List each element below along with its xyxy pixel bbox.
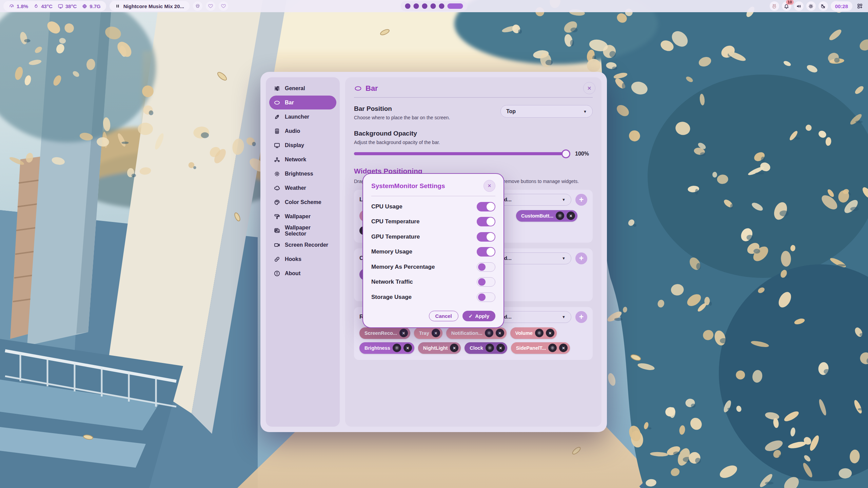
info-icon xyxy=(274,270,280,277)
modal-close-button[interactable]: × xyxy=(484,180,495,192)
toggle-switch[interactable] xyxy=(477,262,495,272)
toggle-switch[interactable] xyxy=(477,247,495,257)
panel-close-button[interactable]: × xyxy=(583,82,595,94)
toggle-label: CPU Temperature xyxy=(371,218,419,225)
widget-chip-clock[interactable]: Clock× xyxy=(465,342,507,354)
skull-button[interactable] xyxy=(193,1,202,11)
sidebar-item-display[interactable]: Display xyxy=(269,138,336,152)
widget-chip-label: Brightness xyxy=(364,345,390,351)
add-widget-button[interactable]: + xyxy=(575,252,587,264)
toggle-knob[interactable] xyxy=(487,218,495,226)
widget-remove-icon[interactable]: × xyxy=(496,344,505,352)
widget-remove-icon[interactable]: × xyxy=(403,344,412,352)
cancel-button[interactable]: Cancel xyxy=(429,311,458,321)
sliders-icon xyxy=(274,85,280,92)
toggle-label: CPU Usage xyxy=(371,203,402,210)
widget-settings-gear-icon[interactable] xyxy=(556,211,564,220)
widget-remove-icon[interactable]: × xyxy=(559,344,568,352)
widget-settings-gear-icon[interactable] xyxy=(486,344,494,352)
widget-settings-gear-icon[interactable] xyxy=(393,344,401,352)
workspace-active[interactable] xyxy=(448,3,463,9)
notification-badge: 10 xyxy=(786,0,794,5)
widget-settings-gear-icon[interactable] xyxy=(548,344,557,352)
tray-app-button[interactable] xyxy=(770,1,779,11)
chip-row: Brightness×NightLight×Clock×SidePanelT..… xyxy=(359,342,587,354)
sidebar-item-launcher[interactable]: Launcher xyxy=(269,110,336,124)
stat-gauge: 1.8% xyxy=(9,3,28,9)
opacity-slider[interactable] xyxy=(354,152,570,155)
sidebar-item-label: About xyxy=(285,270,300,277)
toggle-knob[interactable] xyxy=(487,203,495,211)
toggle-label: Network Traffic xyxy=(371,279,413,285)
night-light-off-icon xyxy=(820,3,826,9)
sidebar-item-about[interactable]: About xyxy=(269,266,336,280)
panel-header: Bar xyxy=(354,84,593,93)
widget-remove-icon[interactable]: × xyxy=(567,211,575,220)
volume-button[interactable] xyxy=(794,1,804,11)
apply-button[interactable]: ✓Apply xyxy=(462,311,495,321)
toggle-knob[interactable] xyxy=(487,248,495,256)
workspace-dot[interactable] xyxy=(431,3,436,9)
toggle-knob[interactable] xyxy=(478,293,486,301)
toggle-switch[interactable] xyxy=(477,217,495,226)
opacity-slider-knob[interactable] xyxy=(561,149,570,158)
toggle-label: GPU Temperature xyxy=(371,233,420,240)
clock[interactable]: 00:28 xyxy=(831,1,852,11)
widget-remove-icon[interactable]: × xyxy=(450,344,458,352)
sidebar-item-hooks[interactable]: Hooks xyxy=(269,252,336,266)
toggle-switch[interactable] xyxy=(477,277,495,287)
widget-chip-volume[interactable]: Volume× xyxy=(510,327,557,339)
widget-settings-gear-icon[interactable] xyxy=(485,329,493,337)
toggle-knob[interactable] xyxy=(487,233,495,241)
toggle-switch[interactable] xyxy=(477,292,495,302)
add-widget-button[interactable]: + xyxy=(575,194,587,206)
heart-button[interactable] xyxy=(206,1,215,11)
monitor-icon xyxy=(274,142,280,149)
widget-chip-brightness[interactable]: Brightness× xyxy=(359,342,414,354)
toggle-switch[interactable] xyxy=(477,202,495,211)
stat-value: 9.7G xyxy=(90,3,101,9)
widget-chip-sidepanelt[interactable]: SidePanelT...× xyxy=(511,342,570,354)
widget-chip-screenreco[interactable]: ScreenReco...× xyxy=(359,327,410,339)
sidebar-item-color-scheme[interactable]: Color Scheme xyxy=(269,195,336,209)
sidebar-item-network[interactable]: Network xyxy=(269,152,336,166)
notifications-button[interactable]: 10 xyxy=(782,1,791,11)
sidebar-item-bar[interactable]: Bar xyxy=(269,96,336,109)
sidebar-item-general[interactable]: General xyxy=(269,81,336,95)
speaker-box-icon xyxy=(274,128,280,135)
toggle-knob[interactable] xyxy=(478,278,486,286)
workspace-dot[interactable] xyxy=(422,3,428,9)
widget-chip-label: CustomButt... xyxy=(521,213,553,219)
widget-chip-nightlight[interactable]: NightLight× xyxy=(418,342,461,354)
media-module[interactable]: Nightcore Music Mix 20... xyxy=(110,1,190,11)
night-light-button[interactable] xyxy=(818,1,828,11)
workspace-indicator[interactable] xyxy=(401,1,468,11)
workspace-dot[interactable] xyxy=(439,3,445,9)
heart-button-2[interactable] xyxy=(219,1,228,11)
widget-remove-icon[interactable]: × xyxy=(496,329,504,337)
sidebar-item-wallpaper-selector[interactable]: Wallpaper Selector xyxy=(269,224,336,238)
sidebar-item-audio[interactable]: Audio xyxy=(269,124,336,138)
sidebar-item-wallpaper[interactable]: Wallpaper xyxy=(269,209,336,223)
overview-button[interactable] xyxy=(855,1,865,11)
workspace-dot[interactable] xyxy=(414,3,419,9)
brightness-button[interactable] xyxy=(806,1,816,11)
add-widget-button[interactable]: + xyxy=(575,311,587,323)
pause-icon[interactable] xyxy=(115,3,120,9)
toggle-label: Memory As Percentage xyxy=(371,264,435,270)
widget-remove-icon[interactable]: × xyxy=(399,329,408,337)
widget-remove-icon[interactable]: × xyxy=(432,329,440,337)
sidebar-item-weather[interactable]: Weather xyxy=(269,181,336,195)
widget-remove-icon[interactable]: × xyxy=(546,329,554,337)
widget-chip-tray[interactable]: Tray× xyxy=(414,327,442,339)
sidebar-item-screen-recorder[interactable]: Screen Recorder xyxy=(269,238,336,252)
toggle-knob[interactable] xyxy=(478,263,486,271)
system-stats-module[interactable]: 1.8%43°C38°C9.7G xyxy=(3,1,106,11)
widget-chip-notification[interactable]: Notification...× xyxy=(446,327,507,339)
workspace-dot[interactable] xyxy=(405,3,411,9)
sidebar-item-brightness[interactable]: Brightness xyxy=(269,167,336,181)
bar-position-select[interactable]: Top ▼ xyxy=(500,105,593,118)
widget-chip-custombutt[interactable]: CustomButt...× xyxy=(516,210,577,222)
widget-settings-gear-icon[interactable] xyxy=(535,329,544,337)
toggle-switch[interactable] xyxy=(477,232,495,242)
